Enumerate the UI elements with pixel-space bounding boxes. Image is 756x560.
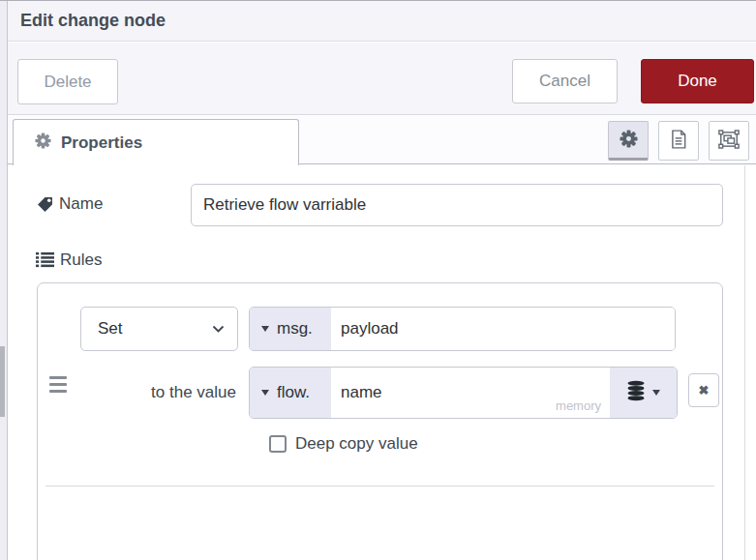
property-typed-input: msg. bbox=[249, 307, 676, 351]
rules-list: Set msg. to the value bbox=[37, 282, 723, 560]
tab-properties[interactable]: Properties bbox=[13, 119, 299, 165]
property-type-label: msg. bbox=[277, 319, 313, 339]
rules-label: Rules bbox=[60, 251, 102, 270]
properties-view-button[interactable] bbox=[608, 121, 649, 161]
property-type-button[interactable]: msg. bbox=[250, 308, 331, 350]
value-typed-input: flow. memory bbox=[249, 367, 678, 419]
chevron-down-icon bbox=[212, 319, 225, 339]
context-store-button[interactable] bbox=[610, 368, 677, 418]
rule-divider bbox=[45, 486, 714, 486]
tab-properties-label: Properties bbox=[61, 133, 142, 153]
remove-rule-button[interactable]: ✖ bbox=[688, 373, 719, 407]
caret-down-icon bbox=[261, 326, 269, 332]
to-the-value-label: to the value bbox=[80, 383, 236, 402]
edit-change-node-dialog: Edit change node Delete Cancel Done bbox=[0, 0, 756, 560]
deep-copy-checkbox[interactable] bbox=[269, 435, 287, 453]
gear-icon bbox=[35, 133, 51, 153]
dialog-title: Edit change node bbox=[20, 11, 166, 30]
dialog-toolbar: Delete Cancel Done bbox=[8, 43, 756, 115]
property-input[interactable] bbox=[331, 308, 675, 350]
document-icon bbox=[670, 130, 687, 152]
tab-bar: Properties bbox=[8, 116, 756, 164]
name-input[interactable] bbox=[191, 184, 723, 226]
list-icon bbox=[36, 251, 54, 272]
rule-action-select[interactable]: Set bbox=[80, 307, 238, 351]
left-scrollbar-thumb[interactable] bbox=[0, 346, 5, 417]
dialog-header: Edit change node bbox=[8, 1, 756, 42]
left-scrollbar-track bbox=[0, 1, 8, 560]
tag-icon bbox=[37, 196, 53, 217]
content-right-border bbox=[744, 165, 745, 560]
gear-icon bbox=[620, 130, 638, 151]
caret-down-icon bbox=[652, 390, 660, 396]
value-input[interactable] bbox=[331, 368, 610, 418]
value-type-button[interactable]: flow. bbox=[250, 368, 331, 418]
appearance-view-button[interactable] bbox=[709, 121, 749, 161]
deep-copy-label: Deep copy value bbox=[295, 434, 418, 454]
caret-down-icon bbox=[261, 390, 269, 396]
rule-action-value: Set bbox=[98, 319, 123, 339]
cancel-button[interactable]: Cancel bbox=[512, 59, 618, 103]
object-group-icon bbox=[718, 130, 740, 152]
name-label: Name bbox=[59, 194, 103, 214]
value-type-label: flow. bbox=[277, 383, 310, 402]
description-view-button[interactable] bbox=[658, 121, 699, 161]
delete-button[interactable]: Delete bbox=[17, 59, 118, 104]
database-icon bbox=[626, 380, 646, 406]
done-button[interactable]: Done bbox=[641, 59, 754, 103]
drag-handle-icon[interactable] bbox=[49, 376, 67, 397]
